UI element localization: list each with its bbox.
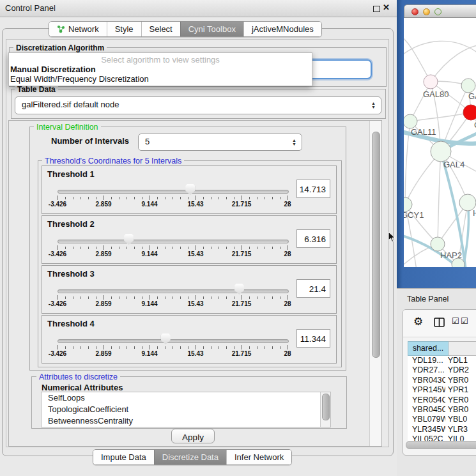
tick-mark — [65, 197, 66, 199]
tick-label: 28 — [284, 250, 291, 257]
slider-track[interactable] — [58, 240, 289, 243]
column-header-shared[interactable]: shared... — [408, 341, 449, 356]
network-node-hap2[interactable] — [431, 237, 445, 251]
apply-button[interactable]: Apply — [171, 429, 215, 443]
tick-mark — [88, 346, 89, 349]
table-row[interactable]: YLR345WYLR3 — [408, 425, 476, 434]
threshold-value-field[interactable]: 11.344 — [296, 329, 330, 348]
threshold-label: Threshold 1 — [47, 169, 95, 179]
popup-item-equal-width-frequency[interactable]: Equal Width/Frequency Discretization — [10, 74, 149, 84]
tick-mark — [73, 197, 73, 199]
minimize-traffic-light-icon[interactable] — [423, 8, 430, 15]
tab-impute-data[interactable]: Impute Data — [93, 450, 154, 464]
tick-mark — [288, 245, 288, 250]
tick-mark — [88, 296, 89, 299]
tick-mark — [104, 196, 104, 200]
threshold-value-field[interactable]: 21.4 — [296, 279, 330, 298]
cell-shared-name: YBR045C — [408, 405, 445, 415]
table-hscrollbar[interactable] — [406, 441, 476, 449]
cell-name: YBL0 — [445, 415, 476, 424]
settings-scrollbar[interactable] — [369, 121, 381, 446]
num-intervals-select[interactable]: 5 ▲▼ — [138, 134, 302, 151]
settings-scrollbar-thumb[interactable] — [372, 132, 380, 358]
table-row[interactable]: YDR27...YDR2 — [408, 365, 476, 375]
table-row[interactable]: YBR043CYBR0 — [408, 376, 476, 385]
tick-mark — [188, 346, 188, 349]
tick-mark — [272, 197, 273, 199]
tab-infer-network[interactable]: Infer Network — [226, 450, 291, 464]
node-label: GAL4 — [443, 160, 464, 169]
tick-label: 15.43 — [187, 201, 203, 208]
tick-label: 21.715 — [232, 250, 252, 257]
network-node-gal80[interactable] — [424, 75, 438, 89]
slider-track[interactable] — [58, 190, 289, 194]
split-columns-icon[interactable] — [434, 318, 445, 327]
tab-jactivemnodules[interactable]: jActiveMNodules — [243, 22, 321, 36]
slider-ticks — [58, 295, 288, 300]
stepper-arrows-icon: ▲▼ — [292, 139, 296, 146]
attribute-item-betweennesscentrality[interactable]: BetweennessCentrality — [42, 415, 330, 427]
cell-shared-name: YIL052C — [408, 434, 445, 441]
node-label: GA — [468, 91, 476, 101]
tick-mark — [165, 247, 165, 249]
tick-label: 21.715 — [232, 201, 252, 208]
network-node-ga[interactable] — [461, 79, 475, 93]
tab-cyni-toolbox[interactable]: Cyni Toolbox — [180, 22, 243, 36]
table-row[interactable]: YBL079WYBL0 — [408, 415, 476, 424]
table-row[interactable]: YPR145WYPR1 — [408, 385, 476, 395]
slider-track[interactable] — [58, 339, 289, 343]
table-row[interactable]: YER054CYER0 — [408, 395, 476, 405]
tab-network[interactable]: Network — [49, 22, 107, 36]
num-intervals-value: 5 — [145, 134, 150, 150]
list-scrollbar-thumb[interactable] — [322, 394, 330, 420]
tick-mark — [127, 247, 127, 249]
tick-mark — [280, 296, 280, 299]
zoom-traffic-light-icon[interactable] — [434, 8, 441, 15]
cell-shared-name: YDL19... — [408, 356, 445, 365]
threshold-value-field[interactable]: 6.316 — [296, 229, 330, 248]
tab-select[interactable]: Select — [141, 22, 180, 36]
threshold-sliders: Threshold 1-3.4262.8599.14415.4321.71528… — [38, 160, 341, 366]
slider-ticks — [58, 196, 288, 201]
popup-item-manual-discretization[interactable]: Manual Discretization — [10, 65, 96, 74]
network-canvas[interactable]: GAL80GACGAL11GAL4GCY1HHAP2 — [404, 18, 476, 267]
attribute-item-topologicalcoefficient[interactable]: TopologicalCoefficient — [42, 404, 330, 415]
control-panel-titlebar: Control Panel ✕ — [0, 0, 397, 17]
tick-mark — [81, 247, 81, 249]
network-node-gal4[interactable] — [431, 141, 451, 162]
table-row[interactable]: YDL19...YDL1 — [408, 356, 476, 365]
interval-group-title: Interval Definition — [34, 123, 101, 132]
network-node-gal11[interactable] — [404, 114, 417, 128]
table-row[interactable]: YIL052CYIL0 — [408, 434, 476, 441]
checkbox-filter-icon-2[interactable]: ☑ — [461, 316, 468, 326]
panel-title: Control Panel — [5, 0, 56, 17]
checkbox-filter-icon[interactable]: ☑ — [452, 316, 459, 326]
list-scrollbar[interactable] — [320, 392, 330, 427]
tick-mark — [242, 196, 242, 200]
threshold-panel-4: Threshold 4-3.4262.8599.14415.4321.71528… — [42, 315, 337, 364]
column-header-name[interactable]: n — [449, 341, 476, 356]
table-data-select[interactable]: galFiltered.sif default node ▲▼ — [15, 96, 381, 114]
tab-label: Discretize Data — [162, 452, 219, 462]
attribute-item-selfloops[interactable]: SelfLoops — [42, 392, 330, 404]
network-node-gcy1[interactable] — [404, 197, 412, 211]
close-traffic-light-icon[interactable] — [411, 8, 418, 15]
tick-mark — [142, 296, 142, 299]
close-icon[interactable]: ✕ — [383, 3, 390, 12]
table-row[interactable]: YBR045CYBR0 — [408, 405, 476, 415]
mouse-cursor — [388, 231, 396, 243]
tick-mark — [134, 247, 135, 249]
network-node-c[interactable] — [463, 105, 476, 120]
tick-mark — [111, 247, 112, 249]
tick-mark — [119, 247, 119, 249]
tick-mark — [265, 247, 265, 249]
threshold-value-field[interactable]: 14.713 — [296, 180, 330, 198]
slider-track[interactable] — [58, 289, 289, 293]
tab-discretize-data[interactable]: Discretize Data — [154, 450, 226, 464]
threshold-panel-3: Threshold 3-3.4262.8599.14415.4321.71528… — [42, 265, 337, 314]
float-window-icon[interactable] — [373, 6, 380, 12]
gear-icon[interactable]: ⚙ — [413, 315, 423, 328]
tick-mark — [211, 247, 211, 249]
tab-style[interactable]: Style — [107, 22, 141, 36]
cell-shared-name: YER054C — [408, 395, 445, 405]
